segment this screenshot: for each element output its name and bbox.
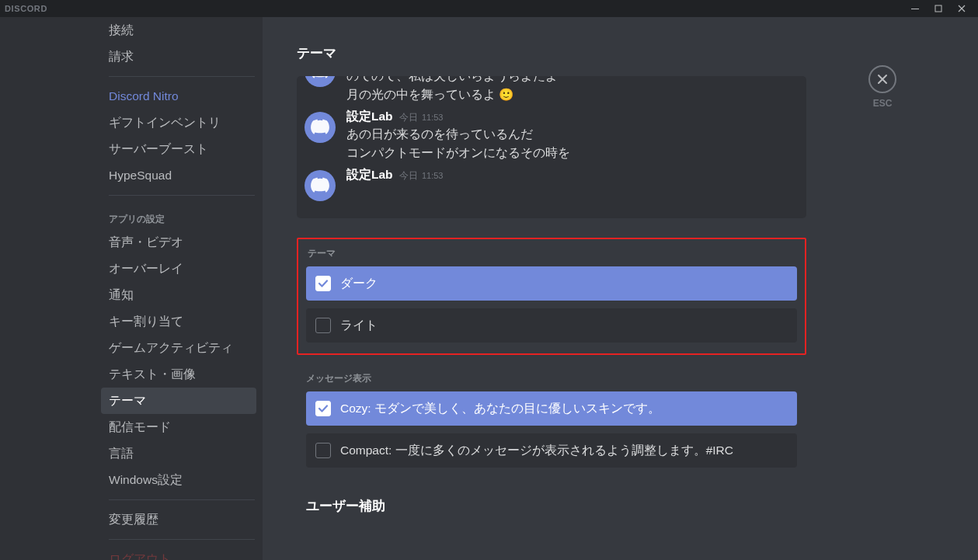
svg-rect-1: [935, 5, 941, 12]
message-display-label: メッセージ表示: [306, 372, 797, 385]
window-close-button[interactable]: [950, 0, 973, 17]
preview-username: 設定Lab: [346, 167, 393, 183]
window-minimize-button[interactable]: [903, 0, 927, 17]
checkbox-icon: [315, 401, 331, 416]
checkbox-icon: [315, 443, 331, 458]
sidebar-item-text-images[interactable]: テキスト・画像: [101, 361, 256, 388]
sidebar-separator: [109, 499, 255, 500]
preview-message: のてのて、私は夫しいらようらよたよ 月の光の中を舞っているよ 🙂: [305, 76, 792, 104]
close-button[interactable]: [868, 65, 896, 93]
app-brand: DISCORD: [5, 4, 47, 13]
sidebar-item-nitro[interactable]: Discord Nitro: [101, 83, 256, 110]
theme-option-light[interactable]: ライト: [306, 308, 797, 343]
page-title: テーマ: [297, 44, 806, 62]
close-settings: ESC: [868, 65, 896, 109]
theme-option-dark[interactable]: ダーク: [306, 266, 797, 301]
sidebar-item-windows-settings[interactable]: Windows設定: [101, 467, 256, 493]
sidebar-item-logout[interactable]: ログアウト: [101, 546, 256, 560]
preview-timestamp: 今日 11:53: [399, 169, 444, 183]
sidebar-separator: [109, 76, 255, 77]
sidebar-item-appearance[interactable]: テーマ: [101, 388, 256, 414]
option-label: ライト: [340, 318, 378, 334]
sidebar-item-changelog[interactable]: 変更履歴: [101, 506, 256, 533]
checkbox-icon: [315, 318, 331, 333]
avatar-icon: [305, 112, 336, 143]
window-titlebar: DISCORD: [0, 0, 978, 17]
sidebar-item-overlay[interactable]: オーバーレイ: [101, 256, 256, 282]
settings-sidebar: 接続 請求 Discord Nitro ギフトインベントリ サーバーブースト H…: [0, 17, 263, 560]
sidebar-item-language[interactable]: 言語: [101, 440, 256, 467]
sidebar-separator: [109, 195, 255, 196]
preview-username: 設定Lab: [346, 109, 393, 125]
avatar-icon: [305, 76, 336, 87]
window-maximize-button[interactable]: [927, 0, 950, 17]
sidebar-item-hypesquad[interactable]: HypeSquad: [101, 162, 256, 189]
checkbox-icon: [315, 276, 331, 291]
preview-timestamp: 今日 11:53: [399, 111, 444, 124]
preview-message: 設定Lab 今日 11:53 あの日が来るのを待っているんだ コンパクトモードが…: [305, 104, 792, 162]
sidebar-header-app-settings: アプリの設定: [101, 202, 263, 229]
preview-text: のてのて、私は夫しいらようらよたよ: [346, 76, 792, 85]
sidebar-item-gift-inventory[interactable]: ギフトインベントリ: [101, 110, 256, 136]
preview-message: 設定Lab 今日 11:53: [305, 162, 792, 201]
sidebar-item-connections[interactable]: 接続: [101, 17, 256, 43]
preview-text: あの日が来るのを待っているんだ: [346, 125, 792, 144]
sidebar-item-streamer-mode[interactable]: 配信モード: [101, 414, 256, 440]
sidebar-separator: [109, 539, 255, 540]
option-label: Compact: 一度に多くのメッセージが表示されるよう調整します。#IRC: [340, 443, 733, 459]
close-label: ESC: [873, 98, 893, 109]
theme-label: テーマ: [308, 247, 797, 260]
appearance-preview: のてのて、私は夫しいらようらよたよ 月の光の中を舞っているよ 🙂 設定Lab 今…: [297, 76, 806, 218]
theme-section-highlight: テーマ ダーク ライト: [297, 238, 806, 355]
option-label: ダーク: [340, 276, 378, 292]
close-icon: [876, 73, 889, 85]
sidebar-item-keybinds[interactable]: キー割り当て: [101, 308, 256, 335]
sidebar-item-game-activity[interactable]: ゲームアクティビティ: [101, 335, 256, 361]
message-display-option-cozy[interactable]: Cozy: モダンで美しく、あなたの目に優しいスキンです。: [306, 391, 797, 426]
sidebar-item-voice-video[interactable]: 音声・ビデオ: [101, 229, 256, 256]
content-area: テーマ のてのて、私は夫しいらようらよたよ 月の光の中を舞っているよ 🙂: [263, 17, 978, 560]
svg-rect-0: [911, 9, 919, 9]
sidebar-item-billing[interactable]: 請求: [101, 43, 256, 70]
sidebar-item-server-boost[interactable]: サーバーブースト: [101, 136, 256, 162]
avatar-icon: [305, 170, 336, 201]
sidebar-item-notifications[interactable]: 通知: [101, 282, 256, 308]
accessibility-title: ユーザー補助: [297, 497, 806, 515]
option-label: Cozy: モダンで美しく、あなたの目に優しいスキンです。: [340, 401, 660, 417]
preview-text: コンパクトモードがオンになるその時を: [346, 144, 792, 162]
message-display-option-compact[interactable]: Compact: 一度に多くのメッセージが表示されるよう調整します。#IRC: [306, 433, 797, 468]
preview-text: 月の光の中を舞っているよ 🙂: [346, 85, 792, 104]
